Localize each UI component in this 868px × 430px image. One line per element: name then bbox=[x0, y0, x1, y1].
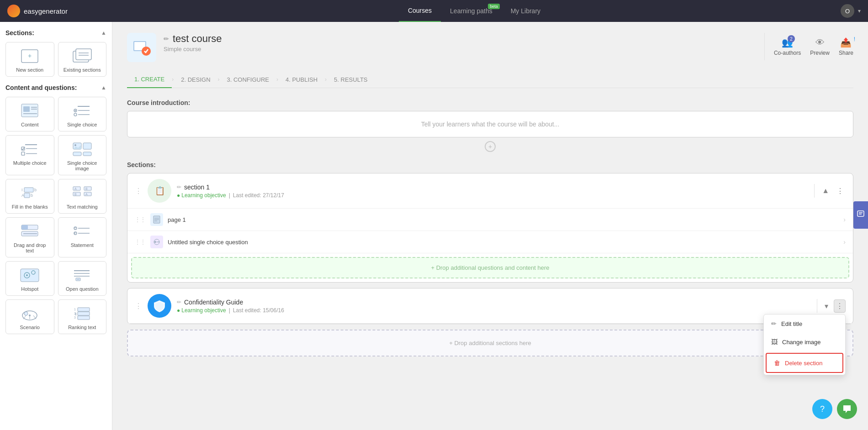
ranking-text-icon: 1 2 3 bbox=[72, 305, 92, 322]
bottom-right-btns: ? bbox=[812, 399, 857, 419]
course-subtitle: Simple course bbox=[164, 46, 764, 52]
new-section-icon: + bbox=[20, 48, 40, 64]
menu-delete-section[interactable]: 🗑 Delete section bbox=[766, 353, 843, 373]
svg-rect-3 bbox=[76, 49, 91, 60]
sidebar-existing-sections[interactable]: Existing sections bbox=[58, 42, 107, 77]
section-1-drop-zone[interactable]: + Drop additional questions and content … bbox=[131, 257, 849, 278]
sidebar-multiple-choice[interactable]: Multiple choice bbox=[5, 135, 54, 175]
content-collapse-chevron[interactable]: ▲ bbox=[101, 84, 106, 91]
section-1-controls: ▲ ⋮ bbox=[812, 184, 846, 198]
statement-icon: T F bbox=[72, 223, 92, 240]
step-results[interactable]: 5. RESULTS bbox=[327, 72, 375, 88]
svg-rect-28 bbox=[24, 188, 33, 192]
sections-collapse-chevron[interactable]: ▲ bbox=[101, 30, 106, 36]
course-title-area: ✏ test course Simple course bbox=[164, 33, 764, 52]
sidebar-open-question[interactable]: Open question bbox=[58, 261, 107, 296]
svg-text:1: 1 bbox=[74, 308, 76, 311]
user-avatar[interactable]: O bbox=[841, 4, 854, 18]
sidebar-text-matching[interactable]: A B B A Text matching bbox=[58, 179, 107, 214]
section-1-title: ✏ section 1 bbox=[177, 184, 812, 191]
question-1-item[interactable]: ⋮⋮ Untitled single choice question › bbox=[127, 231, 853, 253]
page-1-item[interactable]: ⋮⋮ page 1 › bbox=[127, 209, 853, 231]
section-1-menu-btn[interactable]: ⋮ bbox=[835, 185, 846, 197]
logo-area: easygenerator bbox=[7, 5, 108, 17]
preview-button[interactable]: 👁 Preview bbox=[810, 37, 830, 56]
single-choice-image-icon bbox=[72, 141, 92, 157]
context-menu: ✏ Edit title 🖼 Change image 🗑 Delete sec… bbox=[763, 314, 846, 375]
chat-button[interactable] bbox=[837, 399, 857, 419]
svg-rect-20 bbox=[21, 152, 25, 155]
sidebar-single-choice-image[interactable]: Single choice image bbox=[58, 135, 107, 175]
logo-text: easygenerator bbox=[24, 7, 68, 15]
svg-rect-72 bbox=[78, 316, 90, 320]
user-dropdown-chevron[interactable]: ▾ bbox=[858, 8, 861, 14]
question-1-drag: ⋮⋮ bbox=[135, 239, 146, 245]
sidebar-hotspot[interactable]: Hotspot bbox=[5, 261, 54, 296]
course-intro-box[interactable]: Tell your learners what the course will … bbox=[127, 111, 853, 137]
nav-courses[interactable]: Courses bbox=[399, 0, 441, 22]
share-icon: 📤 bbox=[840, 37, 852, 48]
svg-rect-31 bbox=[24, 193, 30, 198]
main-content: ✏ test course Simple course 👥 2 Co-autho… bbox=[112, 22, 868, 430]
svg-rect-7 bbox=[23, 106, 30, 112]
sections-header: Sections: ▲ bbox=[5, 29, 106, 37]
multiple-choice-icon bbox=[20, 141, 40, 157]
section-2-collapse-btn[interactable]: ▾ bbox=[823, 300, 830, 312]
coauthors-button[interactable]: 👥 2 Co-authors bbox=[774, 37, 801, 56]
sidebar-single-choice[interactable]: Single choice bbox=[58, 97, 107, 131]
menu-edit-title[interactable]: ✏ Edit title bbox=[764, 315, 845, 333]
question-1-icon bbox=[150, 236, 163, 248]
content-grid: Content Single choice bbox=[5, 97, 106, 334]
svg-point-13 bbox=[74, 110, 76, 111]
nav-my-library[interactable]: My Library bbox=[502, 0, 550, 22]
add-intro-button[interactable]: + bbox=[485, 141, 496, 152]
section-2-menu-btn[interactable]: ⋮ bbox=[834, 299, 846, 313]
sidebar-content[interactable]: Content bbox=[5, 97, 54, 131]
section-1-collapse-btn[interactable]: ▲ bbox=[820, 185, 831, 197]
right-float-btn[interactable] bbox=[853, 201, 868, 229]
section-1-info: ✏ section 1 ● Learning objective | Last … bbox=[177, 184, 812, 199]
section-1-learning-obj: ● Learning objective bbox=[177, 192, 226, 199]
help-button[interactable]: ? bbox=[812, 399, 832, 419]
share-button[interactable]: 📤 Share ! bbox=[839, 37, 853, 56]
scenario-icon bbox=[20, 305, 40, 322]
step-publish[interactable]: 4. PUBLISH bbox=[278, 72, 325, 88]
section-2-drag-handle[interactable]: ⋮ bbox=[135, 302, 142, 310]
sidebar-statement[interactable]: T F Statement bbox=[58, 217, 107, 257]
question-1-chevron: › bbox=[843, 238, 846, 246]
drag-drop-text-icon bbox=[20, 223, 40, 240]
step-design[interactable]: 2. DESIGN bbox=[174, 72, 217, 88]
svg-rect-24 bbox=[83, 143, 91, 149]
sidebar-scenario[interactable]: Scenario bbox=[5, 299, 54, 334]
svg-rect-42 bbox=[21, 225, 28, 230]
svg-rect-67 bbox=[78, 308, 90, 311]
section-2-divider bbox=[817, 299, 817, 313]
section-1-drag-handle[interactable]: ⋮ bbox=[135, 187, 142, 195]
svg-text:b: b bbox=[31, 193, 33, 198]
content-icon bbox=[20, 103, 40, 119]
sidebar-ranking-text[interactable]: 1 2 3 Ranking text bbox=[58, 299, 107, 334]
section-1-edit-icon: ✏ bbox=[177, 184, 181, 190]
step-create[interactable]: 1. CREATE bbox=[127, 71, 172, 88]
delete-icon: 🗑 bbox=[774, 359, 780, 367]
svg-rect-87 bbox=[857, 211, 864, 216]
sidebar-new-section[interactable]: + New section bbox=[5, 42, 54, 77]
svg-point-62 bbox=[29, 315, 31, 316]
section-2-icon bbox=[148, 294, 171, 318]
svg-text:T: T bbox=[74, 227, 76, 230]
change-image-icon: 🖼 bbox=[771, 338, 778, 346]
single-choice-icon bbox=[72, 103, 92, 119]
preview-icon: 👁 bbox=[815, 37, 825, 48]
svg-point-23 bbox=[74, 144, 76, 146]
menu-change-image[interactable]: 🖼 Change image bbox=[764, 333, 845, 351]
beta-badge: beta bbox=[488, 4, 500, 9]
nav-learning-paths[interactable]: Learning paths beta bbox=[441, 0, 502, 22]
sidebar-drag-drop-text[interactable]: Drag and drop text bbox=[5, 217, 54, 257]
svg-text:b: b bbox=[34, 188, 37, 192]
top-nav: easygenerator Courses Learning paths bet… bbox=[0, 0, 868, 22]
text-matching-icon: A B B A bbox=[72, 185, 92, 201]
drop-sections-zone[interactable]: + Drop additional sections here bbox=[127, 330, 853, 357]
sidebar-fill-in-blanks[interactable]: I b A b Fill in the blanks bbox=[5, 179, 54, 214]
title-edit-icon[interactable]: ✏ bbox=[164, 35, 169, 42]
step-configure[interactable]: 3. CONFIGURE bbox=[220, 72, 276, 88]
